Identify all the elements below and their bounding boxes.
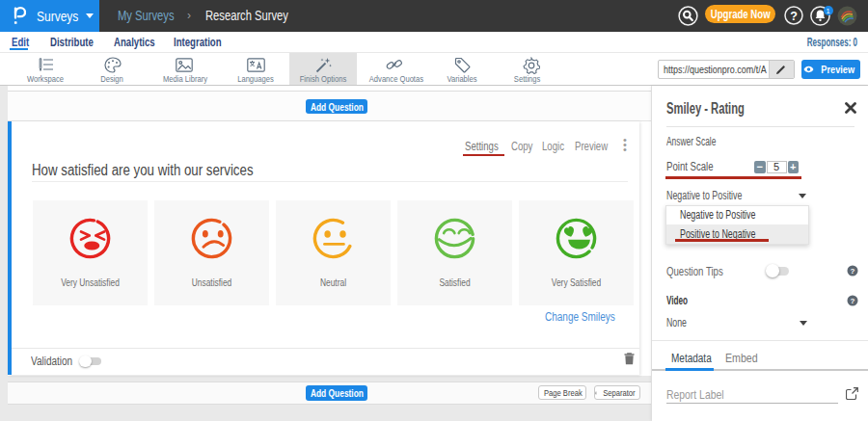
svg-text:?: ? [851,267,855,276]
svg-text:?: ? [790,10,798,23]
svg-text:?: ? [851,297,855,305]
